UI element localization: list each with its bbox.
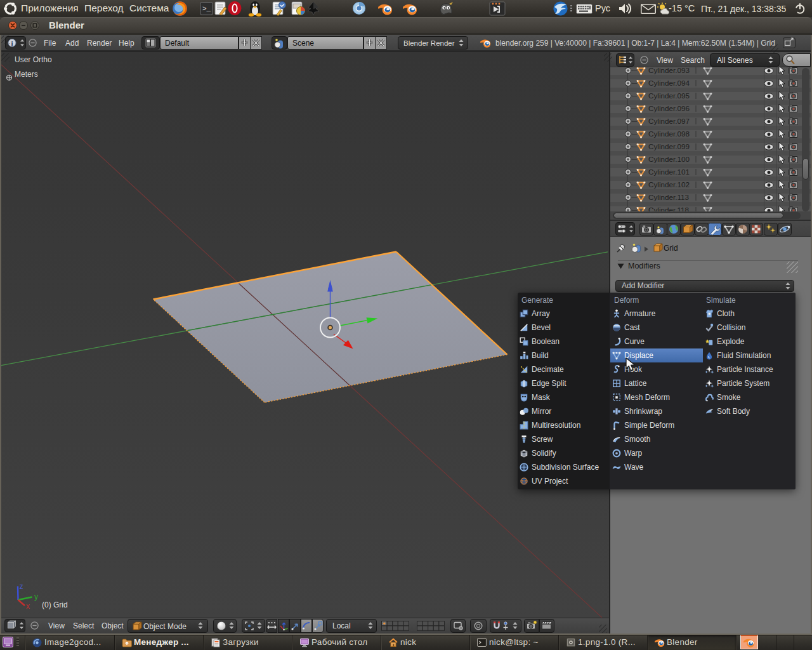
svg-text:i: i [11,39,13,47]
svg-text:y: y [34,592,38,601]
svg-text:x: x [26,602,30,611]
svg-text:z: z [20,582,23,591]
svg-text:>_: >_ [202,5,211,13]
